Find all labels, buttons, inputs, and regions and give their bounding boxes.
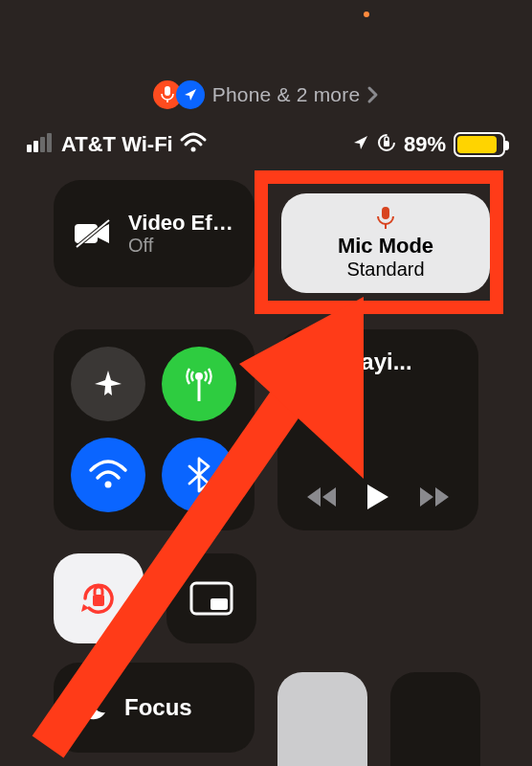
play-icon[interactable] [366,483,390,515]
brightness-slider[interactable] [277,672,367,766]
location-arrow-icon [352,134,369,155]
mic-mode-subtitle: Standard [346,259,424,281]
mic-icon [376,207,395,230]
wifi-toggle[interactable] [71,438,145,512]
mic-mode-title: Mic Mode [338,234,433,259]
svg-rect-5 [47,133,52,152]
airplane-mode-toggle[interactable] [71,347,145,421]
mic-icon [161,86,174,103]
svg-point-6 [190,147,195,152]
antenna-icon [183,365,215,403]
privacy-apps-label: Phone & 2 more [212,83,361,106]
carrier-label: AT&T Wi-Fi [61,132,173,157]
mic-mode-highlight: Mic Mode Standard [255,170,503,314]
now-playing-tile[interactable]: Not Playi... [277,329,478,530]
privacy-indicator-row[interactable]: Phone & 2 more [0,80,532,109]
status-bar: AT&T Wi-Fi 89% [0,132,532,157]
bluetooth-icon [188,457,211,493]
svg-rect-8 [384,141,389,146]
video-effects-title: Video Effe.. [128,211,233,235]
video-effects-tile[interactable]: Video Effe.. Off [54,180,255,287]
pip-tile[interactable] [166,553,256,643]
svg-rect-3 [33,141,38,152]
svg-rect-15 [93,595,104,606]
recording-dot [364,11,369,17]
focus-tile[interactable]: Focus [54,663,255,753]
moon-icon [77,689,109,726]
video-effects-subtitle: Off [128,235,233,257]
now-playing-title: Not Playi... [295,349,461,375]
previous-icon[interactable] [307,485,340,512]
pip-icon [189,581,233,616]
signal-icon [27,133,54,156]
battery-icon [454,132,505,157]
orientation-lock-tile[interactable] [54,553,144,643]
connectivity-tile[interactable] [54,329,255,530]
location-pill [176,80,205,109]
svg-rect-0 [165,86,170,96]
svg-rect-4 [40,137,45,152]
svg-point-12 [195,372,203,380]
location-icon [183,87,198,102]
focus-title: Focus [124,694,192,721]
svg-point-14 [105,482,112,488]
mic-mode-tile[interactable]: Mic Mode Standard [281,193,490,293]
svg-rect-17 [211,598,228,610]
cellular-data-toggle[interactable] [162,347,236,421]
wifi-icon [181,133,206,156]
airplane-icon [91,367,125,401]
wifi-icon [89,461,127,489]
next-icon[interactable] [416,485,449,512]
battery-fill [457,136,497,153]
chevron-right-icon [367,86,379,103]
phone-slider[interactable] [390,672,480,766]
privacy-icons [153,80,205,109]
battery-percent-label: 89% [404,132,446,157]
svg-rect-2 [27,145,32,152]
lock-rotation-icon [377,133,396,156]
orientation-lock-icon [76,575,122,621]
bluetooth-toggle[interactable] [162,438,236,512]
svg-rect-18 [382,207,389,219]
camera-off-icon [73,218,113,249]
